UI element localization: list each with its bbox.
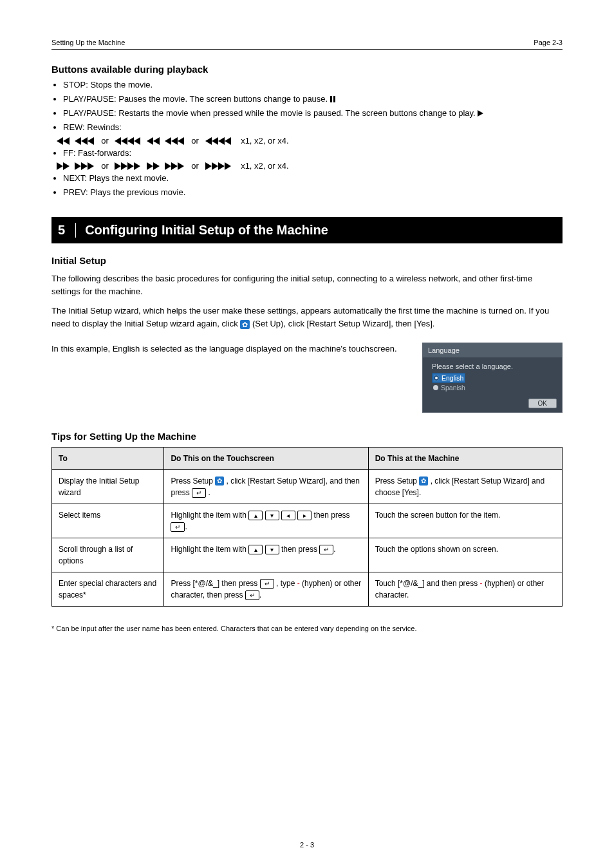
playback-prev: PREV: Plays the previous movie. [63,186,563,199]
playback-pause: PLAY/PAUSE: Pauses the movie. The screen… [63,93,563,106]
header-left: Setting Up the Machine [51,39,125,46]
playback-button-list-2: FF: Fast-forwards: [51,147,563,160]
svg-marker-7 [88,137,94,145]
svg-marker-11 [134,137,140,145]
rew-or2-text: or [191,136,199,146]
page-footer: 2 - 3 [0,841,614,849]
svg-marker-25 [88,162,94,170]
enter-key-icon: ↵ [192,488,206,498]
gear-icon: ✿ [419,476,428,486]
language-option-english[interactable]: English [432,373,465,383]
ff-speed-row: or or x1, x2, or x4. [51,161,563,171]
svg-marker-28 [127,162,134,170]
playback-button-list-3: NEXT: Plays the next movie. PREV: Plays … [51,172,563,199]
playback-rew: REW: Rewinds: [63,121,563,134]
buttons-during-heading: Buttons available during playback [51,64,563,75]
ff-x2-icon [75,162,95,170]
svg-marker-23 [75,162,81,170]
svg-marker-3 [57,137,63,145]
ff-speeds-text: x1, x2, or x4. [241,161,288,171]
hyphen-red: - [480,579,483,588]
ff-x2b-icon [165,162,185,170]
table-row: Display the Initial Setup wizard Press S… [52,469,563,504]
section-5-bar: 5 Configuring Initial Setup of the Machi… [51,217,563,243]
hyphen-red: - [297,579,300,588]
svg-marker-12 [147,137,153,145]
ff-x1-icon [57,162,71,170]
playback-button-list: STOP: Stops the movie. PLAY/PAUSE: Pause… [51,79,563,135]
svg-marker-17 [205,137,212,145]
section-number: 5 [58,223,76,238]
language-option-spanish[interactable]: Spanish [432,383,555,392]
rew-x4a-icon [115,137,142,145]
svg-marker-21 [57,162,63,170]
svg-marker-18 [212,137,218,145]
svg-marker-15 [171,137,178,145]
language-popup-title: Language [423,343,562,357]
language-popup-prompt: Please select a language. [432,363,555,370]
playback-stop: STOP: Stops the movie. [63,79,563,91]
ff-x4a-icon [115,162,142,170]
cell-mc: Touch the screen button for the item. [368,504,562,538]
initial-setup-heading: Initial Setup [51,255,563,266]
svg-marker-36 [212,162,218,170]
svg-marker-2 [478,110,483,117]
tips-table: To Do This on the Touchscreen Do This at… [51,447,563,607]
svg-marker-4 [63,137,70,145]
col-ts: Do This on the Touchscreen [164,447,368,469]
arrow-right-key-icon: ▸ [297,511,312,520]
svg-marker-20 [225,137,231,145]
gear-icon: ✿ [215,476,224,486]
enter-key-icon: ↵ [171,522,185,532]
svg-marker-22 [63,162,70,170]
svg-rect-1 [333,96,335,102]
play-icon [478,110,483,117]
cell-ts: Press [*@/&_] then press ↵ , type - (hyp… [164,572,368,606]
cell-to: Enter special characters and spaces* [52,572,164,606]
ff-x4b-icon [205,162,232,170]
svg-marker-29 [134,162,140,170]
svg-marker-26 [115,162,121,170]
header-right: Page 2-3 [534,39,563,46]
enter-key-icon: ↵ [319,545,333,554]
playback-ff: FF: Fast-forwards: [63,147,563,160]
radio-on-icon [434,375,439,381]
svg-marker-38 [225,162,231,170]
playback-play: PLAY/PAUSE: Restarts the movie when pres… [63,107,563,120]
cell-to: Select items [52,504,164,538]
svg-marker-37 [218,162,225,170]
initial-setup-p2: The Initial Setup wizard, which helps th… [51,305,563,330]
playback-next: NEXT: Plays the next movie. [63,172,563,185]
table-row: Select items Highlight the item with ▴ ▾… [52,504,563,538]
svg-marker-31 [153,162,160,170]
arrow-down-key-icon: ▾ [265,511,279,520]
svg-marker-30 [147,162,153,170]
enter-key-icon: ↵ [260,579,274,589]
svg-marker-9 [121,137,127,145]
col-mc: Do This at the Machine [368,447,562,469]
rew-x1-icon [57,137,71,145]
rew-x4b-icon [205,137,232,145]
language-ok-button[interactable]: OK [528,399,557,408]
section-title: Configuring Initial Setup of the Machine [85,223,328,238]
svg-marker-16 [178,137,184,145]
table-row: Scroll through a list of options Highlig… [52,538,563,572]
svg-marker-27 [121,162,127,170]
arrow-up-key-icon: ▴ [248,511,263,520]
footnote: * Can be input after the user name has b… [51,623,563,634]
cell-mc: Touch [*@/&_] and then press - (hyphen) … [368,572,562,606]
cell-ts: Highlight the item with ▴ ▾ ◂ ▸ then pre… [164,504,368,538]
svg-marker-13 [153,137,160,145]
svg-marker-33 [171,162,178,170]
svg-marker-8 [115,137,121,145]
gear-icon: ✿ [240,320,250,329]
arrow-down-key-icon: ▾ [265,545,279,554]
tips-heading: Tips for Setting Up the Machine [51,431,563,442]
rew-speeds-text: x1, x2, or x4. [241,136,288,146]
page-header: Setting Up the Machine Page 2-3 [51,39,563,50]
initial-setup-p1: The following describes the basic proced… [51,272,563,298]
ff-or-text: or [101,161,109,171]
svg-marker-34 [178,162,184,170]
rew-x2b-icon [165,137,185,145]
col-to: To [52,447,164,469]
